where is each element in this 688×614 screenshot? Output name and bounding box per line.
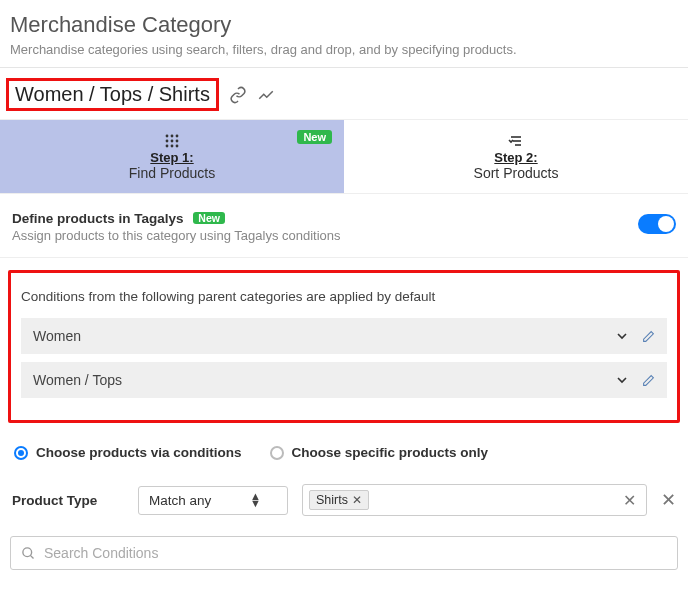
radio-label: Choose specific products only <box>292 445 489 460</box>
radio-conditions[interactable]: Choose products via conditions <box>14 445 242 460</box>
define-title-text: Define products in Tagalys <box>12 211 184 226</box>
value-chip: Shirts ✕ <box>309 490 369 510</box>
product-selection-mode: Choose products via conditions Choose sp… <box>0 431 688 474</box>
svg-point-12 <box>23 547 32 556</box>
svg-point-7 <box>171 145 174 148</box>
svg-point-5 <box>176 140 179 143</box>
svg-point-6 <box>166 145 169 148</box>
condition-row: Product Type Match any ▲▼ Shirts ✕ ✕ ✕ <box>0 474 688 532</box>
svg-point-0 <box>166 135 169 138</box>
search-conditions[interactable] <box>10 536 678 570</box>
condition-field-label: Product Type <box>12 493 124 508</box>
radio-specific[interactable]: Choose specific products only <box>270 445 489 460</box>
clear-values-icon[interactable]: ✕ <box>619 491 640 510</box>
parent-conditions-box: Conditions from the following parent cat… <box>8 270 680 423</box>
define-subtitle: Assign products to this category using T… <box>12 228 638 243</box>
chip-label: Shirts <box>316 493 348 507</box>
parent-category-row[interactable]: Women / Tops <box>21 362 667 398</box>
svg-point-4 <box>171 140 174 143</box>
step-1-label: Step 1: <box>0 150 344 165</box>
svg-point-1 <box>171 135 174 138</box>
page-header: Merchandise Category Merchandise categor… <box>0 0 688 68</box>
svg-line-13 <box>30 555 33 558</box>
tab-step-2[interactable]: Step 2: Sort Products <box>344 120 688 194</box>
define-toggle[interactable] <box>638 214 676 234</box>
parent-category-row[interactable]: Women <box>21 318 667 354</box>
match-mode-select[interactable]: Match any ▲▼ <box>138 486 288 515</box>
search-icon <box>21 546 36 561</box>
radio-label: Choose products via conditions <box>36 445 242 460</box>
condition-values-input[interactable]: Shirts ✕ ✕ <box>302 484 647 516</box>
parent-category-label: Women / Tops <box>33 372 122 388</box>
link-icon[interactable] <box>229 86 247 104</box>
step-1-desc: Find Products <box>0 165 344 181</box>
svg-point-3 <box>166 140 169 143</box>
breadcrumb-row: Women / Tops / Shirts <box>0 68 688 119</box>
chip-remove-icon[interactable]: ✕ <box>352 493 362 507</box>
step-2-desc: Sort Products <box>344 165 688 181</box>
sort-icon <box>344 134 688 148</box>
radio-icon <box>270 446 284 460</box>
new-badge: New <box>297 130 332 144</box>
steps-tabs: New Step 1: Find Products Step 2: Sort P… <box>0 119 688 194</box>
search-input[interactable] <box>44 545 667 561</box>
new-badge-inline: New <box>193 212 225 224</box>
breadcrumb: Women / Tops / Shirts <box>6 78 219 111</box>
pencil-icon[interactable] <box>642 330 655 343</box>
updown-icon: ▲▼ <box>250 493 261 507</box>
define-section: Define products in Tagalys New Assign pr… <box>0 194 688 258</box>
chevron-down-icon[interactable] <box>616 330 628 342</box>
analytics-icon[interactable] <box>257 86 275 104</box>
radio-icon <box>14 446 28 460</box>
match-mode-value: Match any <box>149 493 211 508</box>
parent-category-label: Women <box>33 328 81 344</box>
define-title: Define products in Tagalys New <box>12 211 225 226</box>
step-2-label: Step 2: <box>344 150 688 165</box>
chevron-down-icon[interactable] <box>616 374 628 386</box>
page-title: Merchandise Category <box>10 12 678 38</box>
pencil-icon[interactable] <box>642 374 655 387</box>
remove-condition-icon[interactable]: ✕ <box>661 489 676 511</box>
page-subtitle: Merchandise categories using search, fil… <box>10 42 678 57</box>
tab-step-1[interactable]: New Step 1: Find Products <box>0 120 344 194</box>
svg-point-2 <box>176 135 179 138</box>
grid-icon <box>0 134 344 148</box>
svg-point-8 <box>176 145 179 148</box>
parent-conditions-title: Conditions from the following parent cat… <box>21 289 667 304</box>
